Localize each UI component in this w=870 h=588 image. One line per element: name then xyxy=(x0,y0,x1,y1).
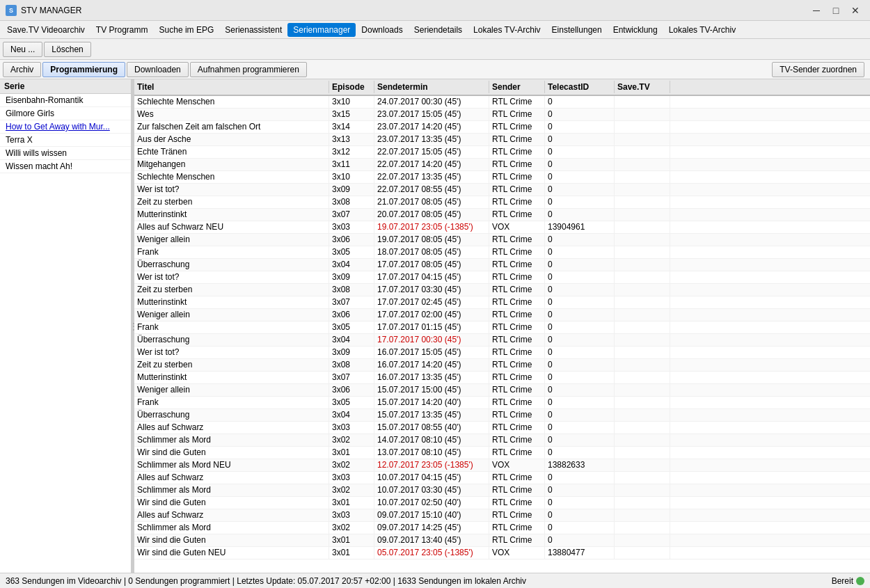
close-button[interactable]: ✕ xyxy=(846,3,864,18)
menu-item-lokales-tv-archiv-1[interactable]: Lokales TV-Archiv xyxy=(468,23,546,37)
td-telecastid: 0 xyxy=(545,472,615,484)
td-sendetermin: 23.07.2017 15:05 (45') xyxy=(374,109,489,120)
td-titel: Aus der Asche xyxy=(134,134,329,145)
th-titel[interactable]: Titel xyxy=(134,81,329,93)
table-row[interactable]: Aus der Asche3x1323.07.2017 13:35 (45')R… xyxy=(134,134,870,146)
table-row[interactable]: Wer ist tot?3x0922.07.2017 08:55 (45')RT… xyxy=(134,184,870,196)
td-episode: 3x13 xyxy=(329,134,374,145)
td-episode: 3x01 xyxy=(329,547,374,559)
th-telecastid[interactable]: TelecastID xyxy=(545,81,615,93)
table-row[interactable]: Alles auf Schwarz NEU3x0319.07.2017 23:0… xyxy=(134,221,870,234)
sidebar-item[interactable]: Terra X xyxy=(0,134,131,147)
td-savetv xyxy=(615,96,670,108)
table-row[interactable]: Mitgehangen3x1122.07.2017 14:20 (45')RTL… xyxy=(134,159,870,171)
table-row[interactable]: Frank3x0515.07.2017 14:20 (40')RTL Crime… xyxy=(134,397,870,409)
menu-item-einstellungen[interactable]: Einstellungen xyxy=(546,23,608,37)
table-row[interactable]: Weniger allein3x0619.07.2017 08:05 (45')… xyxy=(134,234,870,246)
table-row[interactable]: Weniger allein3x0615.07.2017 15:00 (45')… xyxy=(134,384,870,397)
table-row[interactable]: Frank3x0518.07.2017 08:05 (45')RTL Crime… xyxy=(134,246,870,259)
menu-item-entwicklung[interactable]: Entwicklung xyxy=(608,23,663,37)
td-titel: Wes xyxy=(134,109,329,120)
td-telecastid: 0 xyxy=(545,359,615,371)
table-row[interactable]: Wer ist tot?3x0916.07.2017 15:05 (45')RT… xyxy=(134,347,870,359)
table-row[interactable]: Überraschung3x0417.07.2017 08:05 (45')RT… xyxy=(134,259,870,271)
tab-programmierung[interactable]: Programmierung xyxy=(42,62,125,77)
td-sendetermin: 10.07.2017 04:15 (45') xyxy=(374,472,489,484)
menu-item-serienmanager[interactable]: Serienmanager xyxy=(287,23,356,37)
sidebar-item[interactable]: Wissen macht Ah! xyxy=(0,160,131,173)
table-row[interactable]: Alles auf Schwarz3x0309.07.2017 15:10 (4… xyxy=(134,509,870,522)
tab-downloaden[interactable]: Downloaden xyxy=(127,62,189,77)
td-titel: Echte Tränen xyxy=(134,146,329,158)
table-row[interactable]: Echte Tränen3x1222.07.2017 15:05 (45')RT… xyxy=(134,146,870,159)
td-sender: RTL Crime xyxy=(489,409,545,421)
td-titel: Schlimmer als Mord xyxy=(134,484,329,496)
table-row[interactable]: Zur falschen Zeit am falschen Ort3x1423.… xyxy=(134,121,870,134)
menu-item-tv-programm[interactable]: TV Programm xyxy=(90,23,154,37)
menu-item-suche-im-epg[interactable]: Suche im EPG xyxy=(154,23,220,37)
loeschen-button[interactable]: Löschen xyxy=(44,42,90,57)
td-titel: Überraschung xyxy=(134,334,329,346)
td-savetv xyxy=(615,484,670,496)
td-sendetermin: 15.07.2017 14:20 (40') xyxy=(374,397,489,408)
th-savetv[interactable]: Save.TV xyxy=(615,81,670,93)
td-titel: Wer ist tot? xyxy=(134,184,329,196)
td-sender: RTL Crime xyxy=(489,434,545,446)
table-row[interactable]: Wir sind die Guten3x0110.07.2017 02:50 (… xyxy=(134,497,870,509)
td-sender: RTL Crime xyxy=(489,96,545,108)
table-row[interactable]: Frank3x0517.07.2017 01:15 (45')RTL Crime… xyxy=(134,321,870,334)
td-titel: Schlimmer als Mord xyxy=(134,434,329,446)
td-episode: 3x15 xyxy=(329,109,374,120)
table-row[interactable]: Wer ist tot?3x0917.07.2017 04:15 (45')RT… xyxy=(134,271,870,284)
table-row[interactable]: Schlimmer als Mord3x0210.07.2017 03:30 (… xyxy=(134,484,870,497)
tab-archiv[interactable]: Archiv xyxy=(3,62,41,77)
tab-aufnahmen-programmieren[interactable]: Aufnahmen programmieren xyxy=(190,62,307,77)
menu-item-lokales-tv-archiv-2[interactable]: Lokales TV-Archiv xyxy=(663,23,742,37)
table-row[interactable]: Mutterinstinkt3x0717.07.2017 02:45 (45')… xyxy=(134,296,870,309)
td-sender: RTL Crime xyxy=(489,384,545,396)
sidebar-item[interactable]: How to Get Away with Mur... xyxy=(0,120,131,134)
table-row[interactable]: Zeit zu sterben3x0821.07.2017 08:05 (45'… xyxy=(134,196,870,209)
maximize-button[interactable]: □ xyxy=(827,3,845,18)
td-titel: Überraschung xyxy=(134,259,329,271)
table-row[interactable]: Zeit zu sterben3x0816.07.2017 14:20 (45'… xyxy=(134,359,870,372)
td-episode: 3x03 xyxy=(329,221,374,233)
assign-button[interactable]: TV-Sender zuordnen xyxy=(772,62,864,77)
table-row[interactable]: Schlimmer als Mord3x0214.07.2017 08:10 (… xyxy=(134,434,870,447)
td-titel: Weniger allein xyxy=(134,384,329,396)
th-sender[interactable]: Sender xyxy=(489,81,545,93)
table-row[interactable]: Weniger allein3x0617.07.2017 02:00 (45')… xyxy=(134,309,870,321)
table-row[interactable]: Alles auf Schwarz3x0315.07.2017 08:55 (4… xyxy=(134,422,870,434)
menu-item-serienassistent[interactable]: Serienassistent xyxy=(219,23,287,37)
table-row[interactable]: Mutterinstinkt3x0720.07.2017 08:05 (45')… xyxy=(134,209,870,221)
neu-button[interactable]: Neu ... xyxy=(3,42,42,57)
table-row[interactable]: Überraschung3x0415.07.2017 13:35 (45')RT… xyxy=(134,409,870,422)
table-row[interactable]: Wir sind die Guten3x0113.07.2017 08:10 (… xyxy=(134,447,870,459)
sidebar-item[interactable]: Gilmore Girls xyxy=(0,107,131,120)
td-telecastid: 13880477 xyxy=(545,547,615,559)
td-sender: RTL Crime xyxy=(489,284,545,296)
menu-item-seriendetails[interactable]: Seriendetails xyxy=(409,23,468,37)
td-sendetermin: 17.07.2017 02:00 (45') xyxy=(374,309,489,321)
menu-item-save-tv[interactable]: Save.TV Videoarchiv xyxy=(1,23,90,37)
table-row[interactable]: Zeit zu sterben3x0817.07.2017 03:30 (45'… xyxy=(134,284,870,296)
table-row[interactable]: Überraschung3x0417.07.2017 00:30 (45')RT… xyxy=(134,334,870,347)
minimize-button[interactable]: ─ xyxy=(807,3,825,18)
table-row[interactable]: Schlimmer als Mord NEU3x0212.07.2017 23:… xyxy=(134,459,870,472)
td-savetv xyxy=(615,171,670,183)
sidebar-item[interactable]: Willi wills wissen xyxy=(0,147,131,160)
th-episode[interactable]: Episode xyxy=(329,81,374,93)
table-row[interactable]: Wes3x1523.07.2017 15:05 (45')RTL Crime0 xyxy=(134,109,870,121)
td-sender: RTL Crime xyxy=(489,484,545,496)
table-row[interactable]: Mutterinstinkt3x0716.07.2017 13:35 (45')… xyxy=(134,372,870,384)
table-row[interactable]: Wir sind die Guten3x0109.07.2017 13:40 (… xyxy=(134,534,870,547)
td-telecastid: 0 xyxy=(545,209,615,221)
table-row[interactable]: Schlimmer als Mord3x0209.07.2017 14:25 (… xyxy=(134,522,870,534)
th-sendetermin[interactable]: Sendetermin xyxy=(374,81,489,93)
sidebar-item[interactable]: Eisenbahn-Romantik xyxy=(0,94,131,107)
table-row[interactable]: Alles auf Schwarz3x0310.07.2017 04:15 (4… xyxy=(134,472,870,484)
table-row[interactable]: Schlechte Menschen3x1024.07.2017 00:30 (… xyxy=(134,96,870,109)
table-row[interactable]: Wir sind die Guten NEU3x0105.07.2017 23:… xyxy=(134,547,870,559)
menu-item-downloads[interactable]: Downloads xyxy=(356,23,408,37)
table-row[interactable]: Schlechte Menschen3x1022.07.2017 13:35 (… xyxy=(134,171,870,184)
